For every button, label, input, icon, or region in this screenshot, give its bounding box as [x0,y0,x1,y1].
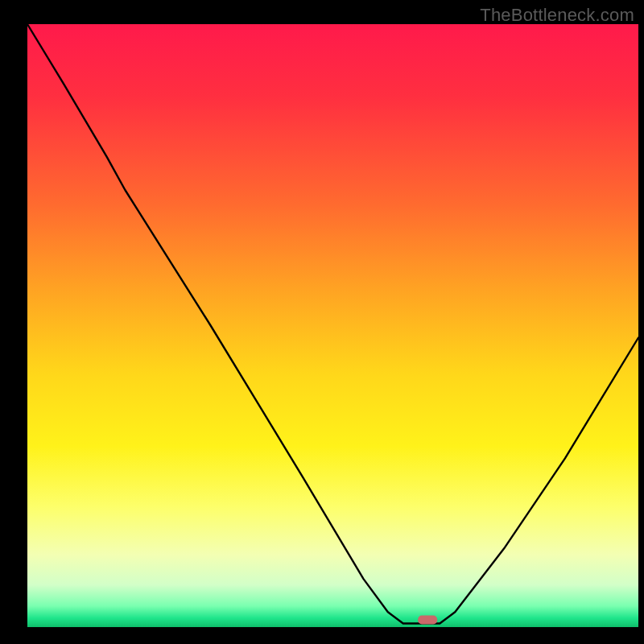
plot-gradient-background [27,24,638,627]
watermark-text: TheBottleneck.com [480,5,634,26]
optimal-marker [418,616,437,625]
chart-svg [0,0,644,644]
chart-wrapper: TheBottleneck.com [0,0,644,644]
